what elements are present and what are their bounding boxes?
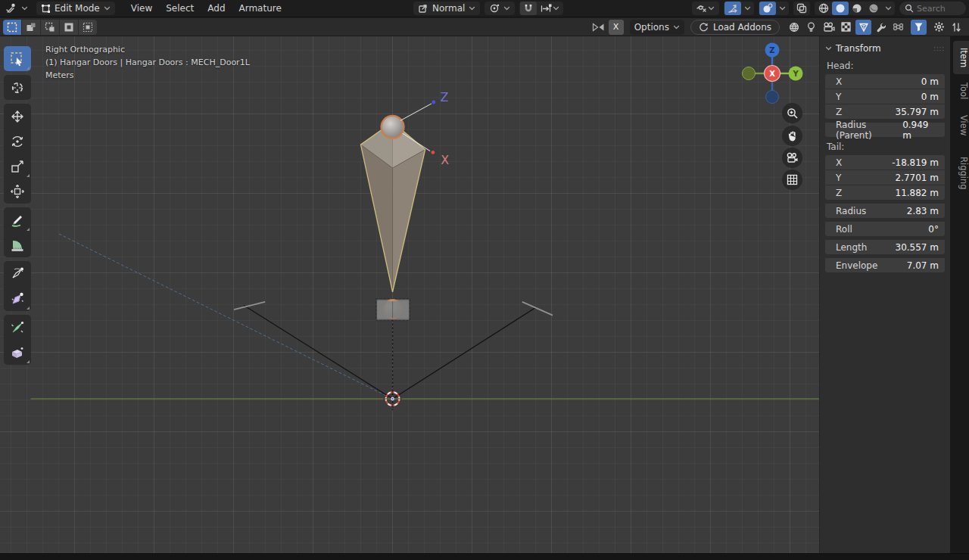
rendered-sphere-icon	[868, 3, 879, 14]
menu-select[interactable]: Select	[159, 2, 201, 15]
pivot-point-dropdown[interactable]	[484, 2, 515, 15]
gizmo-y-neg-axis[interactable]	[743, 67, 756, 80]
checker-icon	[841, 22, 851, 32]
overlays-icon	[762, 3, 773, 14]
options-dropdown[interactable]: Options	[630, 20, 684, 35]
nodes-filter-button[interactable]	[890, 20, 906, 35]
wire-bone-left[interactable]	[244, 306, 392, 400]
xray-toggle[interactable]	[793, 2, 810, 15]
camera-view-button[interactable]	[782, 148, 802, 168]
search-input[interactable]	[917, 4, 961, 14]
length-field[interactable]: Length 30.557 m	[825, 240, 945, 254]
tab-rigging[interactable]: Rigging	[953, 150, 969, 197]
shading-wireframe-button[interactable]	[815, 2, 832, 15]
panel-grip[interactable]: ::::	[933, 45, 945, 52]
transform-orientation-dropdown[interactable]: Normal	[413, 2, 480, 15]
tool-roll[interactable]	[4, 261, 31, 286]
shading-solid-button[interactable]	[832, 2, 849, 15]
tool-select-box[interactable]	[4, 46, 31, 71]
snap-toggle[interactable]	[520, 2, 537, 15]
menu-view[interactable]: View	[124, 2, 159, 15]
search-icon	[905, 4, 914, 13]
viewport-info-text: Right Orthographic (1) Hangar Doors | Ha…	[45, 43, 250, 82]
roll-field[interactable]: Roll 0°	[825, 222, 945, 236]
select-mode-subtract-button[interactable]	[41, 20, 59, 35]
shading-material-button[interactable]	[849, 2, 865, 15]
tool-move[interactable]	[4, 104, 31, 129]
tab-item[interactable]: Item	[953, 41, 969, 74]
tail-z-field[interactable]: Z 11.882 m	[825, 185, 945, 200]
object-visibility-dropdown[interactable]	[693, 2, 718, 15]
wire-bone-right[interactable]	[393, 307, 536, 399]
world-filter-button[interactable]	[786, 20, 802, 35]
tail-radius-field[interactable]: Radius 2.83 m	[825, 204, 945, 218]
selected-bone[interactable]	[360, 122, 425, 292]
tool-scale[interactable]	[4, 154, 31, 179]
tail-y-field[interactable]: Y 2.7701 m	[825, 170, 945, 185]
tool-measure[interactable]	[4, 232, 31, 257]
tool-transform[interactable]	[4, 179, 31, 204]
menu-armature[interactable]: Armature	[232, 2, 288, 15]
tool-cursor[interactable]	[4, 75, 31, 100]
overlays-dropdown[interactable]	[776, 2, 788, 15]
shading-dropdown[interactable]	[882, 2, 894, 15]
select-mode-intersect-button[interactable]	[79, 20, 97, 35]
bone-head-joint[interactable]	[382, 116, 404, 138]
head-y-field[interactable]: Y 0 m	[825, 89, 945, 104]
gizmo-dropdown[interactable]	[741, 2, 753, 15]
panel-title: Transform	[836, 43, 881, 54]
navigation-gizmo[interactable]: Z Y X	[738, 39, 808, 109]
texture-filter-button[interactable]	[838, 20, 854, 35]
toolbar	[4, 42, 31, 365]
select-mode-extend-button[interactable]	[22, 20, 40, 35]
select-set-icon	[7, 22, 17, 33]
ortho-toggle-button[interactable]	[782, 170, 802, 190]
settings-button[interactable]	[931, 20, 947, 35]
tool-annotate[interactable]	[4, 207, 31, 232]
zoom-button[interactable]	[782, 103, 802, 123]
snap-target-dropdown[interactable]	[537, 2, 562, 15]
tail-section-label: Tail:	[827, 142, 943, 152]
wireframe-sphere-icon	[818, 3, 829, 14]
select-mode-set-button[interactable]	[3, 20, 21, 35]
tab-tool[interactable]: Tool	[953, 76, 969, 106]
head-radius-field[interactable]: Radius (Parent) 0.949 m	[825, 123, 945, 137]
chevron-down-icon	[21, 6, 28, 11]
svg-text:X: X	[769, 70, 775, 78]
edit-mode-icon	[41, 4, 51, 14]
3d-cursor[interactable]	[383, 390, 401, 408]
tool-bone-envelope[interactable]	[4, 286, 31, 311]
tool-rotate[interactable]	[4, 129, 31, 154]
select-mode-invert-button[interactable]	[60, 20, 78, 35]
editor-type-selector[interactable]	[3, 2, 30, 15]
gizmo-z-neg-axis[interactable]	[766, 91, 779, 104]
light-filter-button[interactable]	[803, 20, 819, 35]
shading-rendered-button[interactable]	[865, 2, 882, 15]
camera-filter-button[interactable]	[821, 20, 837, 35]
mode-dropdown[interactable]: Edit Mode	[36, 2, 115, 15]
sort-button[interactable]	[949, 20, 964, 35]
funnel-icon	[914, 22, 924, 32]
pan-button[interactable]	[782, 126, 802, 146]
armature-filter-button[interactable]	[855, 20, 871, 35]
sidebar-panel: Transform :::: Head: X 0 m Y 0 m Z 35.79…	[819, 36, 950, 553]
filter-button[interactable]	[911, 20, 927, 35]
status-bar	[0, 553, 969, 560]
show-gizmo-toggle[interactable]	[724, 2, 741, 15]
tool-filter-button[interactable]	[873, 20, 889, 35]
show-overlays-toggle[interactable]	[759, 2, 776, 15]
tail-x-field[interactable]: X -18.819 m	[825, 155, 945, 170]
tool-extrude[interactable]	[4, 340, 31, 365]
transform-panel-header[interactable]: Transform ::::	[825, 41, 945, 56]
material-sphere-icon	[852, 3, 862, 14]
envelope-field[interactable]: Envelope 7.07 m	[825, 258, 945, 272]
mirror-x-toggle[interactable]: X	[609, 20, 624, 35]
search-box[interactable]	[899, 2, 966, 15]
tool-bone-size[interactable]	[4, 315, 31, 340]
load-addons-button[interactable]: Load Addons	[690, 20, 780, 35]
menu-add[interactable]: Add	[201, 2, 232, 15]
head-x-field[interactable]: X 0 m	[825, 74, 945, 89]
3d-viewport[interactable]: Right Orthographic (1) Hangar Doors | Ha…	[0, 36, 952, 553]
head-z-field[interactable]: Z 35.797 m	[825, 104, 945, 119]
tab-view[interactable]: View	[953, 108, 969, 142]
